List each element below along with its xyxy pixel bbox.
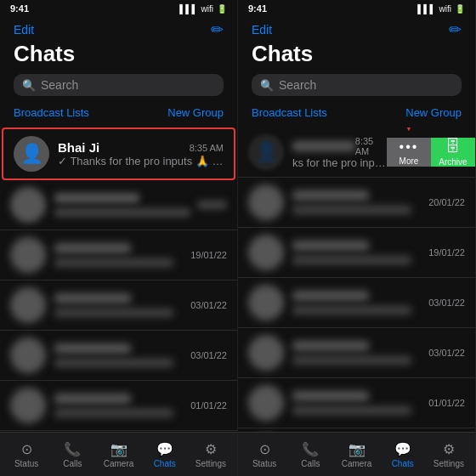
r-date-content-1 bbox=[292, 190, 428, 214]
broadcast-lists-right[interactable]: Broadcast Lists bbox=[252, 106, 327, 119]
r-date-msg-3 bbox=[292, 306, 411, 314]
r-date-msg-2 bbox=[292, 256, 411, 264]
wifi-icon: wifi bbox=[201, 4, 213, 14]
tab-chats-right[interactable]: 💬 Chats bbox=[380, 441, 426, 468]
tab-chats-label-left: Chats bbox=[154, 459, 176, 468]
archive-action-button[interactable]: 🗄 Archive bbox=[431, 138, 475, 167]
tab-chats-left[interactable]: 💬 Chats bbox=[142, 441, 188, 468]
status-time-right: 9:41 bbox=[248, 3, 267, 14]
r-date-time-3: 03/01/22 bbox=[428, 298, 465, 308]
status-icons-left: ▌▌▌ wifi 🔋 bbox=[179, 4, 227, 14]
date-name-3 bbox=[54, 293, 131, 303]
chats-title-right: Chats bbox=[252, 41, 462, 67]
search-placeholder-left: Search bbox=[41, 78, 78, 92]
compose-button-right[interactable]: ✏ bbox=[449, 20, 462, 39]
chats-tab-icon-right: 💬 bbox=[394, 441, 411, 457]
tab-camera-left[interactable]: 📷 Camera bbox=[95, 441, 141, 468]
battery-icon: 🔋 bbox=[217, 4, 227, 14]
settings-tab-icon-left: ⚙ bbox=[205, 441, 217, 457]
avatar-swiped: 👤 bbox=[248, 134, 284, 170]
search-bar-right[interactable]: 🔍 Search bbox=[252, 74, 462, 96]
archive-action-label: Archive bbox=[439, 157, 467, 167]
blurred-item-1[interactable] bbox=[0, 180, 237, 230]
signal-icon: ▌▌▌ bbox=[179, 4, 197, 14]
tab-status-right[interactable]: ⊙ Status bbox=[241, 441, 287, 468]
compose-button-left[interactable]: ✏ bbox=[211, 20, 224, 39]
chats-title-left: Chats bbox=[14, 41, 224, 67]
search-placeholder-right: Search bbox=[279, 78, 316, 92]
blurred-avatar-1 bbox=[10, 187, 46, 223]
r-date-content-5 bbox=[292, 391, 428, 415]
chat-list-right: 👤 8:35 AM ks for the pro inputs 🙏 (GM) •… bbox=[238, 128, 475, 432]
status-tab-icon-right: ⊙ bbox=[259, 441, 270, 457]
date-time-5: 01/01/22 bbox=[190, 400, 227, 411]
date-content-4 bbox=[54, 343, 190, 367]
tab-calls-right[interactable]: 📞 Calls bbox=[287, 441, 333, 468]
right-panel: 9:41 ▌▌▌ wifi 🔋 Edit ✏ Chats 🔍 Search Br… bbox=[238, 0, 476, 476]
chat-name-bhai-ji: Bhai Ji bbox=[58, 140, 99, 155]
status-bar-right: 9:41 ▌▌▌ wifi 🔋 bbox=[238, 0, 475, 17]
r-date-avatar-1 bbox=[248, 184, 284, 220]
new-group-left[interactable]: New Group bbox=[167, 106, 224, 119]
r-date-name-3 bbox=[292, 291, 369, 301]
blurred-content-1 bbox=[54, 193, 190, 217]
edit-button-right[interactable]: Edit bbox=[252, 23, 272, 37]
new-group-right[interactable]: New Group bbox=[405, 106, 462, 119]
more-dots-icon: ••• bbox=[400, 139, 419, 155]
header-top-left: Edit ✏ bbox=[14, 20, 224, 39]
swiped-name-blur bbox=[292, 141, 355, 151]
date-msg-4 bbox=[54, 359, 173, 367]
date-msg-3 bbox=[54, 309, 173, 317]
avatar-swiped-icon: 👤 bbox=[255, 141, 278, 163]
tab-settings-right[interactable]: ⚙ Settings bbox=[426, 441, 472, 468]
r-date-content-4 bbox=[292, 341, 428, 365]
date-avatar-3 bbox=[10, 287, 46, 323]
date-item-3[interactable]: 03/01/22 bbox=[0, 280, 237, 331]
tab-camera-right[interactable]: 📷 Camera bbox=[333, 441, 379, 468]
date-avatar-4 bbox=[10, 337, 46, 373]
date-avatar-5 bbox=[10, 388, 46, 423]
chat-list-left: 👤 Bhai Ji 8:35 AM ✓ Thanks for the pro i… bbox=[0, 128, 237, 432]
edit-button-left[interactable]: Edit bbox=[14, 23, 34, 37]
settings-tab-icon-right: ⚙ bbox=[443, 441, 455, 457]
r-date-item-1[interactable]: 20/01/22 bbox=[238, 178, 475, 228]
date-item-5[interactable]: 01/01/22 bbox=[0, 381, 237, 431]
date-item-4[interactable]: 03/01/22 bbox=[0, 331, 237, 381]
tab-settings-left[interactable]: ⚙ Settings bbox=[188, 441, 234, 468]
broadcast-lists-left[interactable]: Broadcast Lists bbox=[14, 106, 89, 119]
r-date-msg-1 bbox=[292, 206, 411, 214]
broadcast-row-right: Broadcast Lists New Group bbox=[252, 103, 462, 124]
swiped-name-row: 8:35 AM bbox=[292, 136, 387, 156]
tab-calls-left[interactable]: 📞 Calls bbox=[49, 441, 95, 468]
blurred-msg-1 bbox=[54, 208, 190, 217]
more-action-button[interactable]: ••• More ▼ bbox=[387, 138, 431, 167]
tab-bar-right: ⊙ Status 📞 Calls 📷 Camera 💬 Chats ⚙ Sett… bbox=[238, 432, 475, 476]
r-date-msg-5 bbox=[292, 406, 411, 415]
date-item-2[interactable]: 19/01/22 bbox=[0, 230, 237, 280]
swipe-actions: ••• More ▼ 🗄 Archive bbox=[387, 138, 475, 167]
date-name-4 bbox=[54, 343, 131, 354]
chats-tab-icon-left: 💬 bbox=[156, 441, 173, 457]
calls-tab-icon-right: 📞 bbox=[302, 441, 319, 457]
r-date-item-5[interactable]: 01/01/22 bbox=[238, 378, 475, 428]
date-msg-2 bbox=[54, 258, 173, 267]
date-content-5 bbox=[54, 394, 190, 417]
r-date-item-3[interactable]: 03/01/22 bbox=[238, 278, 475, 328]
r-date-avatar-2 bbox=[248, 235, 284, 270]
tab-status-left[interactable]: ⊙ Status bbox=[3, 441, 49, 468]
signal-icon-right: ▌▌▌ bbox=[417, 4, 435, 14]
search-bar-left[interactable]: 🔍 Search bbox=[14, 74, 224, 96]
swipe-chat-item[interactable]: 👤 8:35 AM ks for the pro inputs 🙏 (GM) •… bbox=[238, 128, 475, 178]
r-date-time-2: 19/01/22 bbox=[428, 247, 465, 258]
r-date-item-4[interactable]: 03/01/22 bbox=[238, 328, 475, 378]
r-date-item-2[interactable]: 19/01/22 bbox=[238, 228, 475, 278]
tab-status-label-right: Status bbox=[252, 459, 276, 468]
r-date-time-5: 01/01/22 bbox=[428, 398, 465, 408]
date-time-2: 19/01/22 bbox=[190, 250, 227, 260]
tab-camera-label-left: Camera bbox=[104, 459, 134, 468]
chat-item-bhai-ji[interactable]: 👤 Bhai Ji 8:35 AM ✓ Thanks for the pro i… bbox=[2, 128, 235, 180]
wifi-icon-right: wifi bbox=[439, 4, 451, 14]
left-panel: 9:41 ▌▌▌ wifi 🔋 Edit ✏ Chats 🔍 Search Br… bbox=[0, 0, 238, 476]
r-date-content-3 bbox=[292, 291, 428, 314]
tab-settings-label-left: Settings bbox=[196, 459, 226, 468]
